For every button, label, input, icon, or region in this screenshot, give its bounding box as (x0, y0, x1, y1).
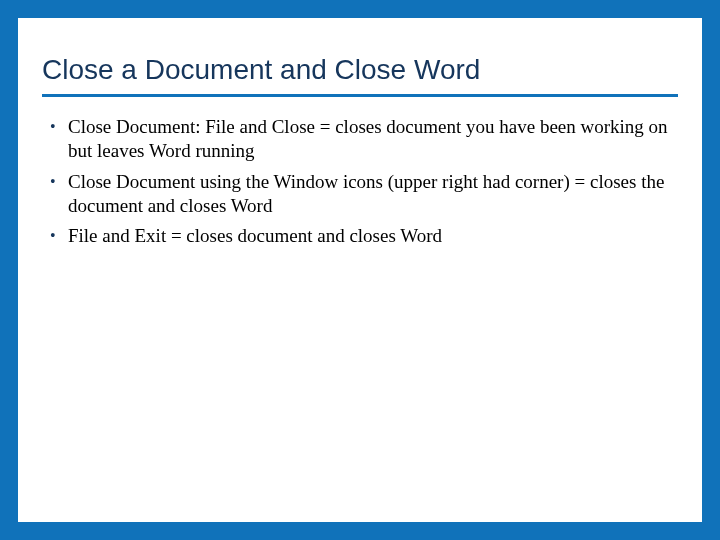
bullet-icon: • (46, 224, 68, 248)
slide-frame: Close a Document and Close Word • Close … (0, 0, 720, 540)
slide-title: Close a Document and Close Word (42, 54, 678, 97)
bullet-icon: • (46, 115, 68, 139)
list-item: • Close Document: File and Close = close… (46, 115, 678, 164)
list-item: • Close Document using the Window icons … (46, 170, 678, 219)
bullet-icon: • (46, 170, 68, 194)
bullet-text: File and Exit = closes document and clos… (68, 224, 678, 248)
slide-content: • Close Document: File and Close = close… (42, 115, 678, 249)
bullet-text: Close Document using the Window icons (u… (68, 170, 678, 219)
bullet-text: Close Document: File and Close = closes … (68, 115, 678, 164)
list-item: • File and Exit = closes document and cl… (46, 224, 678, 248)
